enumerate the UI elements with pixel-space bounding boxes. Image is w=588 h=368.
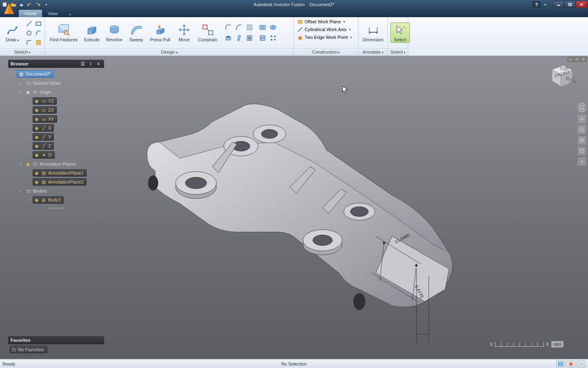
- two-edge-work-point-button[interactable]: Two Edge Work Point ▾: [296, 34, 356, 41]
- tree-twisty-icon[interactable]: ▿: [18, 162, 23, 166]
- qat-save-icon[interactable]: [18, 1, 25, 8]
- bulb-icon[interactable]: ◉: [34, 135, 39, 139]
- status-icon-3[interactable]: [577, 361, 586, 367]
- status-icon-2[interactable]: [566, 361, 575, 367]
- bulb-icon[interactable]: ◉: [34, 108, 39, 112]
- tree-origin-point[interactable]: ◉✦O: [33, 151, 55, 159]
- tree-axis-x[interactable]: ◉╱X: [33, 124, 54, 132]
- browser-title-bar[interactable]: Browser ☰ i ×: [8, 60, 104, 68]
- bulb-icon[interactable]: ◉: [26, 162, 31, 166]
- tab-expand-icon[interactable]: ⌄: [66, 10, 74, 17]
- tab-home[interactable]: Home: [19, 10, 42, 17]
- sketch-line-icon[interactable]: [24, 19, 33, 28]
- steering-wheel-icon[interactable]: [577, 102, 586, 113]
- tree-doc-node[interactable]: ▧Document2*: [17, 70, 53, 78]
- window-minimize-button[interactable]: [553, 1, 564, 8]
- tree-plane-zx[interactable]: ◉▭ZX: [33, 106, 57, 114]
- help-dropdown-icon[interactable]: ▾: [541, 1, 549, 8]
- sketch-circle-icon[interactable]: [24, 29, 33, 38]
- panel-annotate-label[interactable]: Annotate: [359, 48, 388, 56]
- sketch-fillet-icon[interactable]: [24, 38, 33, 47]
- bulb-icon[interactable]: ◉: [34, 144, 39, 148]
- hole-icon[interactable]: [224, 34, 233, 43]
- bulb-icon[interactable]: ◉: [34, 117, 39, 121]
- tree-named-views[interactable]: 🗀Named Views: [24, 79, 64, 87]
- lookat-icon[interactable]: [577, 146, 586, 155]
- tree-axis-z[interactable]: ◉╱Z: [33, 142, 54, 150]
- window-restore-button[interactable]: [564, 1, 576, 8]
- sketch-project-icon[interactable]: [34, 38, 43, 47]
- browser-options-icon[interactable]: ☰: [80, 61, 86, 67]
- browser-pin-icon[interactable]: i: [87, 61, 94, 67]
- tree-annotation-planes[interactable]: ◉🗀Annotation Planes: [24, 160, 79, 168]
- view-cube[interactable]: FRONT RIGHT TOP: [547, 61, 576, 90]
- status-icon-1[interactable]: [556, 361, 565, 367]
- panel-sketch-label[interactable]: Sketch: [0, 48, 45, 56]
- help-button[interactable]: ?: [532, 1, 541, 8]
- tree-origin[interactable]: ◉🗀Origin: [24, 88, 54, 96]
- window-close-button[interactable]: [576, 1, 587, 8]
- move-button[interactable]: Move: [174, 22, 194, 43]
- tree-axis-y[interactable]: ◉╱Y: [33, 133, 54, 141]
- draft-icon[interactable]: [234, 34, 243, 43]
- cylindrical-work-axis-button[interactable]: Cylindrical Work Axis ▾: [296, 26, 356, 33]
- dimension-button[interactable]: Dimension: [361, 22, 385, 43]
- combine-icon[interactable]: [269, 23, 278, 32]
- tree-body1[interactable]: ◉◍Body1: [33, 196, 64, 204]
- qat-dropdown-icon[interactable]: ▾: [42, 1, 50, 8]
- sketch-arc-icon[interactable]: [34, 29, 43, 38]
- tree-twisty-icon[interactable]: ▿: [11, 72, 16, 76]
- split-face-icon[interactable]: [258, 34, 267, 43]
- draw-spline-icon: [6, 23, 19, 36]
- split-body-icon[interactable]: [258, 23, 267, 32]
- sweep-button[interactable]: Sweep: [127, 22, 146, 43]
- browser-splitter[interactable]: [8, 206, 104, 210]
- qat-undo-icon[interactable]: [26, 1, 33, 8]
- my-favorites-item[interactable]: 🗀My Favorites: [10, 346, 47, 353]
- tree-bodies[interactable]: 🗀Bodies: [24, 187, 50, 195]
- tab-view[interactable]: View: [42, 10, 63, 17]
- bulb-icon[interactable]: ◉: [34, 126, 39, 130]
- fillet-icon[interactable]: [224, 23, 233, 32]
- chamfer-icon[interactable]: [234, 23, 243, 32]
- pattern-icon[interactable]: [269, 34, 278, 43]
- sketch-rect-icon[interactable]: [34, 19, 43, 28]
- select-button[interactable]: Select: [390, 22, 410, 43]
- tree-plane-yz[interactable]: ◉▭YZ: [33, 97, 57, 105]
- draw-button[interactable]: Draw: [2, 22, 22, 43]
- nav-expand-icon[interactable]: ▾: [577, 157, 586, 166]
- bulb-icon[interactable]: ◉: [26, 90, 31, 94]
- bulb-icon[interactable]: ◉: [34, 197, 39, 202]
- tree-twisty-icon[interactable]: ▿: [18, 90, 23, 94]
- extrude-button[interactable]: Extrude: [82, 22, 102, 43]
- offset-work-plane-button[interactable]: Offset Work Plane ▾: [296, 18, 356, 25]
- folder-icon: 🗀: [26, 80, 31, 86]
- ruler-unit[interactable]: mm: [551, 341, 564, 348]
- qat-redo-icon[interactable]: [34, 1, 42, 8]
- shell-icon[interactable]: [245, 23, 254, 32]
- orbit-icon[interactable]: [577, 136, 586, 145]
- tree-twisty-icon[interactable]: ▹: [18, 81, 23, 85]
- tree-plane-xy[interactable]: ◉▭XY: [33, 115, 57, 123]
- bulb-icon[interactable]: ◉: [34, 171, 39, 175]
- press-pull-button[interactable]: Press Pull: [148, 22, 173, 43]
- panel-construction-label[interactable]: Construction: [294, 48, 358, 56]
- doc-close-icon[interactable]: ×: [581, 57, 586, 62]
- pan-icon[interactable]: [577, 114, 586, 123]
- zoom-icon[interactable]: [577, 125, 586, 134]
- bulb-icon[interactable]: ◉: [34, 99, 39, 103]
- favorites-title-bar[interactable]: Favorites: [8, 336, 104, 344]
- panel-design-label[interactable]: Design: [45, 48, 294, 56]
- revolve-button[interactable]: Revolve: [104, 22, 125, 43]
- constrain-button[interactable]: Constrain: [196, 22, 220, 43]
- panel-select-label[interactable]: Select: [388, 48, 408, 56]
- find-features-button[interactable]: Find Features: [47, 22, 80, 43]
- tree-ap1[interactable]: ◉▥AnnotationPlane1: [33, 169, 87, 177]
- browser-close-icon[interactable]: ×: [95, 61, 102, 67]
- bulb-icon[interactable]: ◉: [34, 153, 39, 157]
- tree-twisty-icon[interactable]: ▿: [18, 189, 23, 193]
- delete-face-icon[interactable]: [245, 34, 254, 43]
- tree-ap2[interactable]: ◉▥AnnotationPlane2: [33, 178, 87, 186]
- bulb-icon[interactable]: ◉: [34, 180, 39, 184]
- app-logo-icon[interactable]: [1, 1, 17, 17]
